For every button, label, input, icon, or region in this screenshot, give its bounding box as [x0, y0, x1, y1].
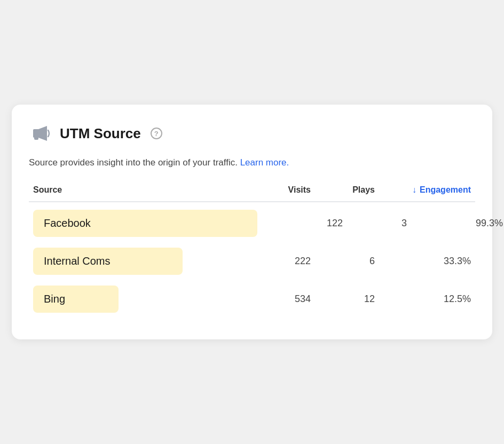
table-row: Bing 534 12 12.5%	[29, 280, 475, 318]
engagement-cell-internal: 33.3%	[375, 256, 471, 267]
visits-cell-facebook: 122	[257, 218, 343, 229]
plays-cell-internal: 6	[311, 256, 375, 267]
engagement-cell-bing: 12.5%	[375, 294, 471, 305]
source-cell-facebook: Facebook	[33, 210, 257, 237]
visits-cell-internal: 222	[225, 256, 311, 267]
description-static: Source provides insight into the origin …	[29, 157, 238, 168]
source-bar-internal: Internal Coms	[33, 248, 183, 275]
table-row: Internal Coms 222 6 33.3%	[29, 242, 475, 280]
col-engagement[interactable]: ↓ Engagement	[375, 185, 471, 195]
page-title: UTM Source	[60, 125, 141, 142]
engagement-cell-facebook: 99.3%	[407, 218, 503, 229]
plays-cell-facebook: 3	[343, 218, 407, 229]
help-icon[interactable]: ?	[151, 128, 162, 139]
table-body: Facebook 122 3 99.3% Internal Coms 222 6…	[29, 204, 475, 318]
source-cell-internal: Internal Coms	[33, 248, 225, 275]
engagement-label: Engagement	[420, 185, 471, 195]
utm-source-card: UTM Source ? Source provides insight int…	[12, 105, 492, 339]
col-plays: Plays	[311, 185, 375, 195]
plays-cell-bing: 12	[311, 294, 375, 305]
col-visits: Visits	[225, 185, 311, 195]
source-cell-bing: Bing	[33, 286, 225, 313]
table-row: Facebook 122 3 99.3%	[29, 204, 475, 242]
description-text: Source provides insight into the origin …	[29, 156, 475, 170]
visits-cell-bing: 534	[225, 294, 311, 305]
col-source: Source	[33, 185, 225, 195]
table-header: Source Visits Plays ↓ Engagement	[29, 185, 475, 202]
learn-more-link[interactable]: Learn more.	[240, 157, 289, 168]
megaphone-icon	[29, 122, 52, 145]
sort-down-icon: ↓	[412, 185, 416, 195]
card-header: UTM Source ?	[29, 122, 475, 145]
source-bar-facebook: Facebook	[33, 210, 257, 237]
source-bar-bing: Bing	[33, 286, 119, 313]
